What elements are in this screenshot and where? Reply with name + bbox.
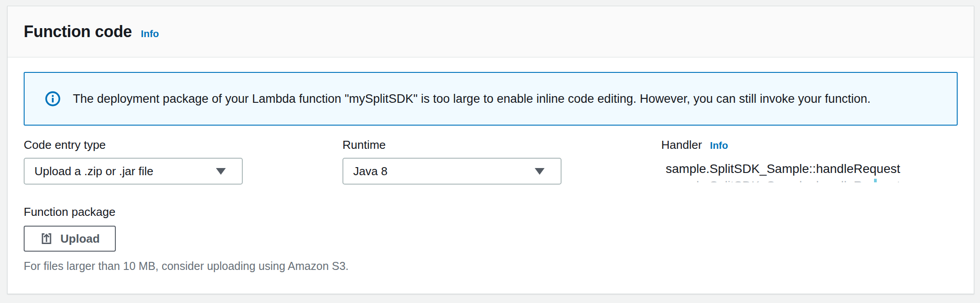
upload-helper-text: For files larger than 10 MB, consider up… bbox=[24, 259, 958, 273]
function-package-label: Function package bbox=[24, 204, 958, 219]
title-info-link[interactable]: Info bbox=[141, 28, 159, 40]
upload-button-label: Upload bbox=[60, 232, 100, 246]
handler-info-link[interactable]: Info bbox=[710, 140, 728, 152]
caret-down-icon bbox=[535, 168, 545, 175]
code-entry-type-select[interactable]: Upload a .zip or .jar file bbox=[24, 158, 243, 185]
code-entry-type-field: Code entry type Upload a .zip or .jar fi… bbox=[24, 137, 342, 185]
caret-down-icon bbox=[216, 168, 226, 175]
runtime-select[interactable]: Java 8 bbox=[342, 158, 562, 185]
info-alert: The deployment package of your Lambda fu… bbox=[24, 72, 958, 126]
upload-button[interactable]: Upload bbox=[24, 226, 116, 252]
upload-icon bbox=[40, 232, 53, 245]
panel-header: Function code Info bbox=[8, 6, 974, 58]
code-entry-type-label: Code entry type bbox=[24, 137, 342, 152]
page-title: Function code bbox=[24, 22, 132, 41]
runtime-value: Java 8 bbox=[353, 164, 388, 178]
code-entry-type-value: Upload a .zip or .jar file bbox=[34, 164, 153, 178]
handler-value-clipped-artifact: sample.SplitSDK_Sample::handleRequest bbox=[661, 178, 958, 182]
function-code-panel: Function code Info The deployment packag… bbox=[7, 6, 974, 294]
handler-label: Handler bbox=[661, 137, 702, 152]
handler-field: Handler Info sample.SplitSDK_Sample::han… bbox=[661, 137, 958, 185]
fields-row: Code entry type Upload a .zip or .jar fi… bbox=[24, 137, 958, 185]
alert-message: The deployment package of your Lambda fu… bbox=[73, 92, 870, 106]
text-cursor-artifact bbox=[874, 179, 877, 182]
runtime-label: Runtime bbox=[342, 137, 661, 152]
info-circle-icon bbox=[45, 91, 60, 106]
panel-body: The deployment package of your Lambda fu… bbox=[8, 58, 974, 273]
runtime-field: Runtime Java 8 bbox=[342, 137, 661, 185]
handler-value: sample.SplitSDK_Sample::handleRequest bbox=[661, 160, 958, 177]
